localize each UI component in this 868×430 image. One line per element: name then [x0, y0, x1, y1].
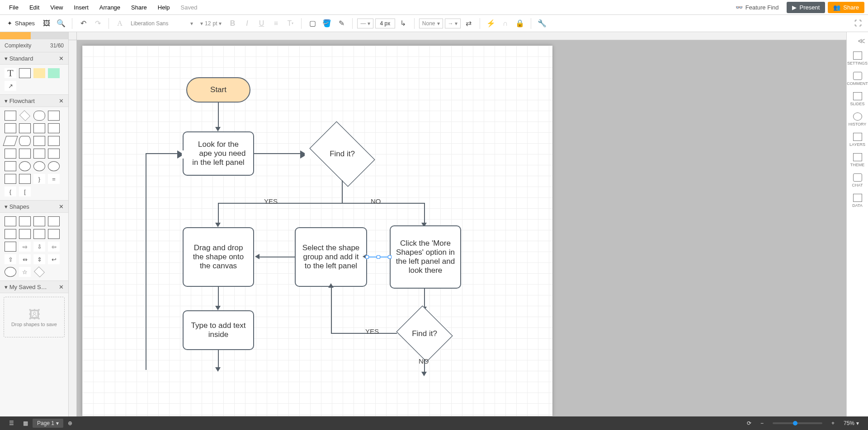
line-shape-button[interactable]: ↳	[397, 17, 410, 30]
edge-start-look[interactable]	[218, 103, 219, 128]
fc-decision[interactable]	[19, 110, 30, 121]
fc-or[interactable]	[33, 161, 45, 171]
page[interactable]: Start Look for the shape you need in the…	[82, 46, 552, 416]
sh-arrow-ud[interactable]: ⇕	[33, 254, 45, 264]
list-view-button[interactable]: ☰	[5, 418, 19, 428]
align-button[interactable]: ≡	[269, 17, 282, 30]
dock-theme[interactable]: THEME	[847, 150, 868, 169]
collapse-dock[interactable]: ≪	[847, 35, 868, 47]
hotspot-shape[interactable]	[48, 68, 60, 78]
arrow-start-select[interactable]: None ▾	[419, 19, 443, 28]
fc-sum[interactable]	[48, 161, 60, 171]
close-icon[interactable]: ✕	[59, 55, 64, 62]
sh-rtriangle[interactable]	[33, 216, 45, 226]
group-standard[interactable]: ▾ Standard ✕	[0, 52, 68, 65]
edge-find2-yes-h[interactable]	[331, 333, 397, 334]
rect-shape[interactable]	[19, 68, 31, 78]
sh-arrow-r[interactable]: ⇨	[19, 242, 31, 252]
edge-yes-down[interactable]	[218, 203, 219, 224]
close-icon[interactable]: ✕	[59, 203, 64, 210]
dock-comment[interactable]: COMMENT	[847, 68, 868, 88]
fc-db[interactable]	[19, 136, 31, 146]
dock-history[interactable]: HISTORY	[847, 109, 868, 128]
sh-circle[interactable]	[5, 267, 16, 277]
fc-merge[interactable]	[5, 161, 16, 171]
fc-note-r[interactable]: =	[48, 174, 60, 184]
lock-button[interactable]: 🔒	[514, 17, 526, 30]
menu-edit[interactable]: Edit	[24, 1, 45, 14]
redo-button[interactable]: ↷	[91, 17, 104, 30]
node-drag[interactable]: Drag and drop the shape onto the canvas	[183, 227, 254, 287]
edge-more-find2[interactable]	[424, 289, 425, 308]
fc-manual[interactable]	[33, 123, 45, 133]
menu-view[interactable]: View	[45, 1, 68, 14]
fc-multidoc[interactable]	[19, 123, 31, 133]
saved-drop-zone[interactable]: 🖼 Drop shapes to save	[4, 297, 65, 337]
edge-select-drag[interactable]	[259, 257, 295, 257]
line-style-select[interactable]: — ▾	[357, 19, 373, 28]
dock-data[interactable]: DATA	[847, 190, 868, 210]
italic-button[interactable]: I	[241, 17, 253, 30]
node-type[interactable]: Type to add text inside	[183, 310, 254, 350]
share-button[interactable]: 👥 Share	[828, 2, 864, 13]
dock-layers[interactable]: LAYERS	[847, 129, 868, 149]
selection-handle[interactable]	[377, 255, 380, 259]
fc-connector[interactable]	[19, 161, 31, 171]
zoom-in-button[interactable]: +	[827, 418, 839, 428]
wrench-button[interactable]: 🔧	[536, 17, 548, 30]
node-start[interactable]: Start	[186, 77, 250, 103]
node-more[interactable]: Click the 'More Shapes' option in the le…	[390, 225, 461, 289]
sh-poly[interactable]	[34, 266, 45, 277]
grid-view-button[interactable]: ▦	[19, 418, 33, 428]
arrow-end-select[interactable]: → ▾	[445, 19, 461, 28]
sh-star[interactable]: ☆	[19, 267, 31, 277]
fc-bracket[interactable]: [	[19, 187, 31, 196]
bold-button[interactable]: B	[226, 17, 239, 30]
feature-find[interactable]: 👓 Feature Find	[731, 2, 783, 13]
menu-insert[interactable]: Insert	[68, 1, 94, 14]
edge-loopback-h[interactable]	[146, 153, 178, 154]
node-find1[interactable]: Find it?	[304, 127, 381, 181]
edge-type-down[interactable]	[218, 350, 219, 368]
sh-heart[interactable]	[5, 242, 16, 252]
fc-display[interactable]	[5, 174, 16, 184]
line-color-button[interactable]: ✎	[335, 17, 348, 30]
line-width-input[interactable]	[375, 19, 395, 28]
fill-button[interactable]: ▢	[306, 17, 319, 30]
menu-share[interactable]: Share	[126, 1, 152, 14]
text-color-button[interactable]: A	[113, 17, 126, 30]
sh-cross[interactable]	[33, 229, 45, 239]
sh-rect[interactable]	[5, 216, 16, 226]
canvas-viewport[interactable]: Start Look for the shape you need in the…	[69, 32, 846, 416]
edge-loopback-v[interactable]	[146, 153, 146, 370]
bucket-button[interactable]: 🪣	[321, 17, 333, 30]
menu-arrange[interactable]: Arrange	[94, 1, 126, 14]
sync-button[interactable]: ⟳	[742, 418, 756, 428]
menu-file[interactable]: File	[4, 1, 24, 14]
fc-manual-input[interactable]	[19, 149, 31, 159]
menu-help[interactable]: Help	[152, 1, 175, 14]
undo-button[interactable]: ↶	[77, 17, 90, 30]
edge-find1-split[interactable]	[218, 203, 425, 204]
selection-handle[interactable]	[365, 255, 369, 259]
font-select[interactable]: Liberation Sans ▾	[128, 19, 196, 28]
sh-arrow-d[interactable]: ⇩	[33, 242, 45, 252]
underline-button[interactable]: U	[255, 17, 268, 30]
fc-predef[interactable]	[48, 111, 60, 121]
edge-no-down[interactable]	[424, 203, 425, 224]
shapes-menu-button[interactable]: ✦ Shapes	[4, 18, 38, 28]
fc-internal[interactable]	[48, 136, 60, 146]
sh-cloud[interactable]	[48, 229, 60, 239]
font-size-select[interactable]: ▾ 12 pt ▾	[198, 19, 224, 28]
sh-octagon[interactable]	[19, 229, 31, 239]
group-flowchart[interactable]: ▾ Flowchart ✕	[0, 94, 68, 107]
image-button[interactable]: 🖼	[40, 17, 53, 30]
fc-terminator[interactable]	[33, 111, 45, 121]
sh-pentagon[interactable]	[48, 216, 60, 226]
sh-hexagon[interactable]	[5, 229, 16, 239]
fc-direct[interactable]	[33, 136, 45, 146]
magnet-button[interactable]: ∩	[499, 17, 512, 30]
close-icon[interactable]: ✕	[59, 98, 64, 104]
page-tab[interactable]: Page 1 ▾	[33, 419, 63, 428]
group-shapes[interactable]: ▾ Shapes ✕	[0, 200, 68, 213]
